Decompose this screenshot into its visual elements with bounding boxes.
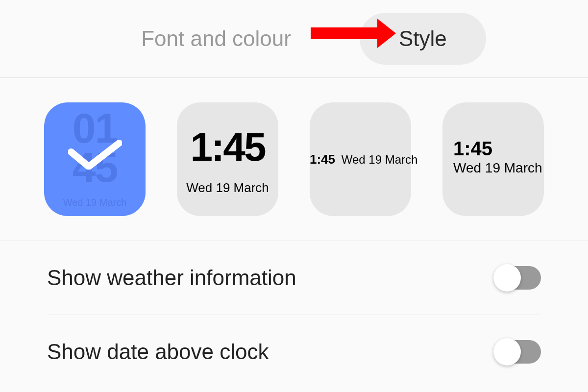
sample-time: 1:45 (453, 138, 492, 160)
clock-style-2[interactable]: 1:45 Wed 19 March (177, 102, 278, 216)
style-gallery: 01 45 Wed 19 March 1:45 Wed 19 March 1:4… (0, 78, 588, 241)
sample-time: 1:45 (177, 124, 278, 170)
sample-date: Wed 19 March (342, 153, 418, 166)
sample-date: Wed 19 March (177, 180, 278, 196)
toggle-show-date-above[interactable] (494, 340, 541, 364)
toggle-show-weather[interactable] (494, 266, 541, 290)
tab-font-colour[interactable]: Font and colour (102, 13, 330, 65)
row-label: Show weather information (47, 266, 296, 290)
clock-style-4[interactable]: 1:45 Wed 19 March (442, 102, 544, 216)
sample-time: 1:45 (310, 152, 335, 167)
clock-style-1[interactable]: 01 45 Wed 19 March (44, 102, 146, 216)
sample-date: Wed 19 March (453, 160, 542, 176)
row-label: Show date above clock (47, 340, 269, 364)
tab-style[interactable]: Style (360, 13, 486, 65)
sample-line: 1:45 Wed 19 March (310, 152, 411, 167)
tab-bar: Font and colour Style (0, 0, 588, 77)
row-show-date-above[interactable]: Show date above clock (47, 315, 541, 388)
checkmark-icon (68, 140, 122, 170)
clock-style-3[interactable]: 1:45 Wed 19 March (310, 102, 411, 216)
row-show-weather[interactable]: Show weather information (47, 241, 541, 315)
sample-date: Wed 19 March (44, 197, 146, 208)
settings-list: Show weather information Show date above… (0, 241, 588, 388)
